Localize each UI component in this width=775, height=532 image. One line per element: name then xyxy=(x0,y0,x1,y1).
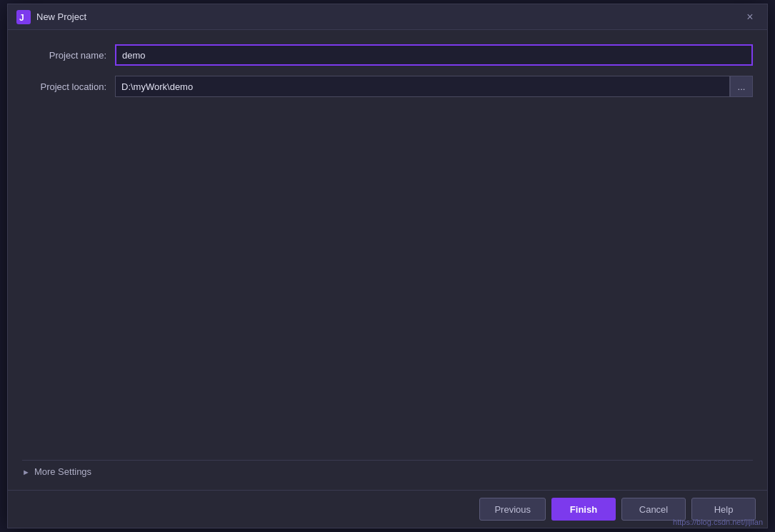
bottom-bar: Previous Finish Cancel Help xyxy=(8,490,767,528)
project-location-row: Project location: ... xyxy=(22,76,753,97)
chevron-right-icon: ► xyxy=(22,468,30,476)
new-project-dialog: J New Project × Project name: Project lo… xyxy=(7,4,768,528)
close-button[interactable]: × xyxy=(741,9,759,26)
dialog-title: New Project xyxy=(36,11,86,22)
location-input-group: ... xyxy=(115,76,753,97)
more-settings-label: More Settings xyxy=(34,466,91,477)
svg-text:J: J xyxy=(19,13,24,23)
more-settings-row[interactable]: ► More Settings xyxy=(22,460,753,483)
previous-button[interactable]: Previous xyxy=(479,498,546,521)
project-name-label: Project name: xyxy=(22,50,115,61)
title-bar: J New Project × xyxy=(8,4,767,30)
project-location-input[interactable] xyxy=(115,76,730,97)
finish-button[interactable]: Finish xyxy=(551,498,616,521)
project-location-label: Project location: xyxy=(22,81,115,92)
url-bar: https://blog.csdn.net/jijilan xyxy=(669,516,767,528)
project-name-input[interactable] xyxy=(115,44,753,66)
app-icon: J xyxy=(16,10,31,24)
empty-space xyxy=(22,107,753,460)
browse-button[interactable]: ... xyxy=(730,76,753,97)
dialog-content: Project name: Project location: ... ► Mo… xyxy=(8,30,767,490)
project-name-row: Project name: xyxy=(22,44,753,66)
title-bar-left: J New Project xyxy=(16,10,86,24)
